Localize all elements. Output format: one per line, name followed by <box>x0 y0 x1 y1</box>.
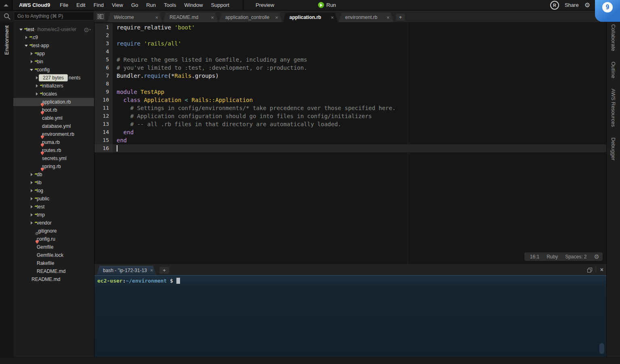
tree-item-lib[interactable]: lib <box>13 179 94 187</box>
panel-tab-debugger[interactable]: Debugger <box>610 137 616 160</box>
code-line-10[interactable]: 10 class Application < Rails::Applicatio… <box>94 96 607 104</box>
line-number[interactable]: 16 <box>94 144 113 152</box>
code-line-7[interactable]: 7Bundler.require(*Rails.groups) <box>94 72 607 80</box>
tree-item-database-yml[interactable]: database.yml <box>13 122 94 130</box>
maximize-panel-icon[interactable] <box>587 268 592 272</box>
run-button[interactable]: Run <box>318 2 336 8</box>
editor-status-bar[interactable]: 16:1 Ruby Spaces: 2 ⚙ <box>524 252 603 261</box>
menubar-collapse-button[interactable] <box>0 0 13 10</box>
avatar[interactable]: R <box>550 1 559 10</box>
chevron-right-icon[interactable] <box>29 173 34 176</box>
code-line-2[interactable]: 2 <box>94 31 607 40</box>
chevron-right-icon[interactable] <box>29 197 34 200</box>
line-number[interactable]: 13 <box>94 120 113 128</box>
tree-item-gemfile[interactable]: Gemfile <box>13 243 94 251</box>
tab-environment-rb[interactable]: environment.rb× <box>339 12 394 22</box>
code-line-6[interactable]: 6# you've limited to :test, :development… <box>94 64 607 72</box>
tab-readme-md[interactable]: README.md× <box>163 12 218 22</box>
chevron-down-icon[interactable] <box>19 29 23 31</box>
tree-item-readme-md[interactable]: README.md <box>13 275 94 283</box>
line-number[interactable]: 10 <box>94 96 113 104</box>
tab-close-icon[interactable]: × <box>211 15 214 21</box>
tree-settings-gear-icon[interactable]: ⚙▾ <box>84 26 91 34</box>
chevron-right-icon[interactable] <box>29 189 34 192</box>
tree-item-spring-rb[interactable]: spring.rb <box>13 162 94 171</box>
tree-item-vendor[interactable]: vendor <box>13 219 94 227</box>
panel-tab-collaborate[interactable]: Collaborate <box>610 24 616 51</box>
panel-tab-aws-resources[interactable]: AWS Resources <box>610 89 616 127</box>
goto-anything-input[interactable] <box>14 12 94 21</box>
chevron-right-icon[interactable] <box>24 36 28 39</box>
code-line-1[interactable]: 1require_relative 'boot' <box>94 23 607 31</box>
code-line-4[interactable]: 4 <box>94 48 607 56</box>
code-line-8[interactable]: 8 <box>94 80 607 88</box>
tree-item-rakefile[interactable]: Rakefile <box>13 259 94 267</box>
menu-item-go[interactable]: Go <box>127 0 142 10</box>
cursor-position[interactable]: 16:1 <box>530 254 539 260</box>
line-number[interactable]: 4 <box>94 48 113 56</box>
tree-item-environment-rb[interactable]: environment.rb <box>13 130 94 138</box>
menu-item-window[interactable]: Window <box>180 0 207 10</box>
tab-close-icon[interactable]: × <box>386 15 390 21</box>
line-number[interactable]: 5 <box>94 56 113 64</box>
indent-setting[interactable]: Spaces: 2 <box>565 254 586 260</box>
line-number[interactable]: 1 <box>94 23 113 31</box>
menu-item-run[interactable]: Run <box>142 0 160 10</box>
chevron-right-icon[interactable] <box>29 60 34 63</box>
code-line-11[interactable]: 11 # Settings in config/environments/* t… <box>94 104 607 112</box>
code-line-15[interactable]: 15end <box>94 136 607 144</box>
code-line-5[interactable]: 5# Require the gems listed in Gemfile, i… <box>94 56 607 64</box>
menu-item-view[interactable]: View <box>108 0 127 10</box>
terminal-tab-close-icon[interactable]: × <box>150 268 153 273</box>
chevron-down-icon[interactable] <box>24 45 28 47</box>
environment-panel-tab[interactable]: Environment <box>0 25 13 78</box>
tree-item-puma-rb[interactable]: puma.rb <box>13 138 94 146</box>
tree-item-config-ru[interactable]: config.ru <box>13 235 94 243</box>
chevron-down-icon[interactable] <box>29 69 34 71</box>
preferences-gear-icon[interactable]: ⚙ <box>584 2 590 8</box>
tree-item-gitignore[interactable]: .gitignore <box>13 227 94 235</box>
tab-list-button[interactable] <box>95 12 106 21</box>
tab-application-controlle[interactable]: application_controlle× <box>219 12 282 22</box>
tree-item-gemfile-lock[interactable]: Gemfile.lock <box>13 251 94 259</box>
line-number[interactable]: 7 <box>94 72 113 80</box>
code-line-12[interactable]: 12 # Application configuration should go… <box>94 112 607 120</box>
tab-close-icon[interactable]: × <box>331 15 334 21</box>
tab-welcome[interactable]: Welcome× <box>107 12 162 22</box>
line-number[interactable]: 11 <box>94 104 113 112</box>
tree-item-public[interactable]: public <box>13 195 94 203</box>
line-number[interactable]: 3 <box>94 40 113 48</box>
menu-item-aws-cloud9[interactable]: AWS Cloud9 <box>13 0 56 10</box>
line-number[interactable]: 9 <box>94 88 113 96</box>
line-number[interactable]: 6 <box>94 64 113 72</box>
tree-item-environments[interactable]: 227 bytesnents <box>13 74 94 82</box>
chevron-right-icon[interactable] <box>29 181 34 184</box>
code-line-3[interactable]: 3require 'rails/all' <box>94 40 607 48</box>
line-number[interactable]: 2 <box>94 31 113 40</box>
new-terminal-button[interactable]: + <box>159 267 169 274</box>
terminal-output[interactable]: ec2-user:~/environment $ <box>94 275 607 357</box>
tree-item-bin[interactable]: bin <box>13 58 94 66</box>
line-number[interactable]: 8 <box>94 80 113 88</box>
tab-close-icon[interactable]: × <box>155 15 158 21</box>
code-line-13[interactable]: 13 # -- all .rb files in that directory … <box>94 120 607 128</box>
tab-application-rb[interactable]: application.rb× <box>283 12 338 22</box>
chevron-right-icon[interactable] <box>29 221 34 225</box>
menu-item-find[interactable]: Find <box>90 0 108 10</box>
tree-item-test-app[interactable]: test-app <box>13 42 94 50</box>
preview-button[interactable]: Preview <box>243 2 283 8</box>
new-tab-button[interactable]: + <box>396 14 405 21</box>
code-line-9[interactable]: 9module TestApp <box>94 88 607 96</box>
search-icon[interactable] <box>4 13 10 20</box>
syntax-mode[interactable]: Ruby <box>547 254 558 260</box>
tree-item-c9[interactable]: .c9 <box>13 33 94 42</box>
chevron-right-icon[interactable] <box>35 76 39 79</box>
tree-item-test[interactable]: test <box>13 203 94 211</box>
tree-item-test[interactable]: test - /home/ec2-user/er <box>13 25 94 33</box>
tree-item-routes-rb[interactable]: routes.rb <box>13 146 94 154</box>
tree-item-config[interactable]: config <box>13 66 94 74</box>
line-number[interactable]: 15 <box>94 136 113 144</box>
menu-item-tools[interactable]: Tools <box>160 0 180 10</box>
tree-item-app[interactable]: app <box>13 50 94 58</box>
tree-item-application-rb[interactable]: application.rb <box>13 98 94 106</box>
